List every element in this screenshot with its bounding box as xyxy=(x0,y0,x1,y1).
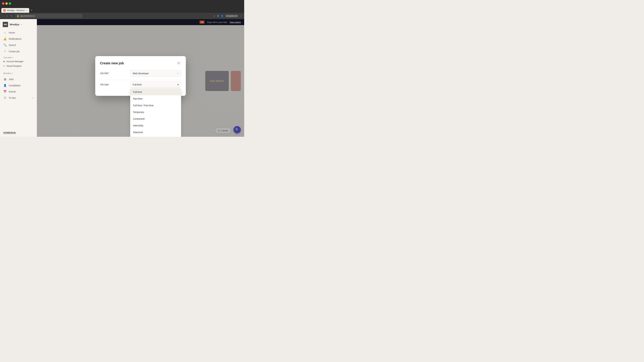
sidebar-item-search[interactable]: 🔍 Search xyxy=(1,42,36,48)
dropdown-option-internship[interactable]: Internship xyxy=(130,122,181,129)
job-type-dropdown: Full-time Part-time Full-time / Part-tim… xyxy=(130,88,181,137)
tab-close-btn[interactable]: × xyxy=(26,9,27,11)
browser-actions: ☆ ⬇ 👤 Incognito (2) ⋮ xyxy=(213,14,242,17)
sidebar-item-label: Jobs xyxy=(9,78,14,81)
modal-header: Create new job × xyxy=(100,61,181,65)
sidebar-item-label: Home xyxy=(9,31,15,34)
address-text: app.homerun.co xyxy=(20,15,35,17)
bell-icon: 🔔 xyxy=(3,37,7,40)
checkbox-icon: ☑ xyxy=(3,96,7,99)
incognito-badge: Incognito (2) xyxy=(225,14,238,17)
main-content: 15 Days left in your trial View plans × … xyxy=(37,19,244,137)
modal-close-btn[interactable]: × xyxy=(176,61,181,65)
dropdown-option-temporary[interactable]: Temporary xyxy=(130,109,181,115)
job-type-control: Full-time ▾ Full-time Part-time Full-tim… xyxy=(130,81,181,88)
brand-name: Moodjoy xyxy=(10,23,20,26)
job-title-row: Job title* Web Developer × xyxy=(100,70,181,77)
dropdown-option-volunteer[interactable]: Volunteer xyxy=(130,136,181,137)
sidebar-item-visual-designer[interactable]: Visual Designer xyxy=(1,64,36,68)
create-job-modal: Create new job × Job title* Web Develope… xyxy=(95,56,186,96)
events-icon: 📅 xyxy=(3,90,7,93)
candidates-icon: 👤 xyxy=(3,84,7,87)
tab-bar: M Moodjoy - Homerun × + xyxy=(0,7,244,13)
app-wrapper: MM Moodjoy ▾ ⌂ Home 🔔 Notifications 🔍 Se… xyxy=(0,19,244,137)
minimize-window-btn[interactable] xyxy=(5,2,8,5)
job-title-control: Web Developer × xyxy=(130,70,181,77)
sidebar-brand[interactable]: MM Moodjoy ▾ xyxy=(0,22,37,30)
lock-icon: 🔒 xyxy=(17,15,19,17)
job-title-value: Web Developer xyxy=(133,72,149,75)
sidebar-item-label: Events xyxy=(9,90,16,93)
maximize-window-btn[interactable] xyxy=(9,2,11,5)
window-controls xyxy=(2,2,11,5)
dropdown-option-contracted[interactable]: Contracted xyxy=(130,115,181,122)
job-type-value: Full-time xyxy=(133,83,142,86)
dropdown-option-full-time[interactable]: Full-time xyxy=(130,89,181,95)
moodjoy-label: Moodjoy xyxy=(3,72,11,74)
address-bar[interactable]: 🔒 app.homerun.co xyxy=(15,14,82,18)
job-title-label: Job title* xyxy=(100,70,127,75)
sidebar-item-label: Candidates xyxy=(9,84,21,87)
sidebar-item-account-manager[interactable]: Account Manager xyxy=(1,59,36,64)
download-icon[interactable]: ⬇ xyxy=(217,14,219,17)
sidebar-item-events[interactable]: 📅 Events xyxy=(1,89,36,94)
menu-icon[interactable]: ⋮ xyxy=(240,14,242,17)
chevron-down-icon: ▾ xyxy=(12,57,13,58)
search-icon: 🔍 xyxy=(3,43,7,46)
job-label: Account Manager xyxy=(6,60,24,63)
chevron-down-icon: ▾ xyxy=(12,72,12,74)
moodjoy-section: Moodjoy ▾ xyxy=(0,70,37,75)
refresh-btn[interactable]: ↻ xyxy=(10,14,14,18)
job-type-row: Job type Full-time ▾ Full-time Part-time… xyxy=(100,81,181,88)
sidebar-nav: ⌂ Home 🔔 Notifications 🔍 Search + Create… xyxy=(0,30,37,54)
active-indicator xyxy=(3,61,5,62)
sidebar-item-label: To-dos xyxy=(9,96,16,99)
sidebar-item-label: Search xyxy=(9,44,16,46)
forward-btn[interactable]: › xyxy=(6,14,8,18)
bookmark-icon[interactable]: ☆ xyxy=(213,14,215,17)
job-label: Visual Designer xyxy=(6,65,22,67)
new-tab-btn[interactable]: + xyxy=(29,8,34,13)
jobs-icon: ▦ xyxy=(3,78,7,81)
sidebar-item-label: Create job xyxy=(9,50,20,53)
tab-favicon: M xyxy=(3,9,6,11)
sidebar-item-jobs[interactable]: ▦ Jobs xyxy=(1,76,36,82)
your-jobs-section: Your jobs ▾ xyxy=(0,54,37,59)
sidebar-item-todos[interactable]: ☑ To-dos ▾ xyxy=(1,95,36,101)
sidebar-item-candidates[interactable]: 👤 Candidates xyxy=(1,82,36,88)
sidebar-item-home[interactable]: ⌂ Home xyxy=(1,30,36,35)
job-type-select[interactable]: Full-time ▾ xyxy=(130,81,181,88)
clear-icon[interactable]: × xyxy=(177,72,178,75)
profile-icon[interactable]: 👤 xyxy=(221,14,224,17)
sidebar-item-create-job[interactable]: + Create job xyxy=(1,48,36,54)
dropdown-option-seasonal[interactable]: Seasonal xyxy=(130,129,181,136)
sidebar-item-label: Notifications xyxy=(9,37,22,40)
dropdown-option-part-time[interactable]: Part-time xyxy=(130,95,181,102)
dropdown-option-full-part-time[interactable]: Full-time / Part-time xyxy=(130,102,181,109)
job-title-input[interactable]: Web Developer × xyxy=(130,70,181,77)
browser-tab[interactable]: M Moodjoy - Homerun × xyxy=(1,8,29,13)
sidebar-bottom-nav: ▦ Jobs 👤 Candidates 📅 Events ☑ To-dos ▾ xyxy=(0,75,37,101)
chevron-down-icon: ▾ xyxy=(32,97,33,99)
nav-bar: ‹ › ↻ 🔒 app.homerun.co ☆ ⬇ 👤 Incognito (… xyxy=(0,13,244,19)
homerun-logo: HOMERUN xyxy=(3,131,16,134)
chevron-down-icon: ▾ xyxy=(178,83,178,86)
browser-chrome xyxy=(0,0,244,7)
home-icon: ⌂ xyxy=(3,31,7,34)
sidebar: MM Moodjoy ▾ ⌂ Home 🔔 Notifications 🔍 Se… xyxy=(0,19,37,137)
sidebar-logo: HOMERUN xyxy=(0,128,37,134)
divider xyxy=(100,80,181,80)
inactive-indicator xyxy=(3,65,5,67)
plus-icon: + xyxy=(3,50,7,53)
avatar: MM xyxy=(3,22,8,27)
job-type-label: Job type xyxy=(100,81,127,86)
sidebar-item-notifications[interactable]: 🔔 Notifications xyxy=(1,36,36,42)
close-window-btn[interactable] xyxy=(2,2,4,5)
back-btn[interactable]: ‹ xyxy=(2,14,4,18)
modal-title: Create new job xyxy=(100,61,124,65)
your-jobs-label: Your jobs xyxy=(3,56,12,58)
tab-title: Moodjoy - Homerun xyxy=(7,9,25,11)
chevron-down-icon: ▾ xyxy=(21,24,22,25)
